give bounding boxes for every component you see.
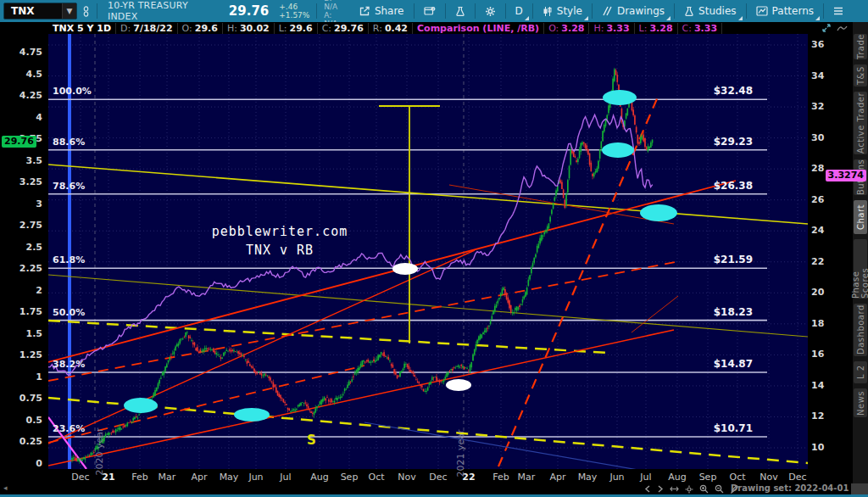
left-axis-tick: 4.25 xyxy=(0,90,42,101)
candle-body xyxy=(125,425,127,426)
candle-body xyxy=(245,360,247,360)
candle-body xyxy=(324,397,326,399)
candle-body xyxy=(496,304,498,308)
sidebar-tab-t-s[interactable]: T&S xyxy=(854,64,867,87)
toolbar-separator xyxy=(674,3,675,19)
candle-body xyxy=(277,391,279,396)
candle-body xyxy=(466,368,468,369)
chart-menu-button[interactable] xyxy=(826,0,851,22)
sidebar-tab-phase-scores[interactable]: Phase Scores xyxy=(854,239,867,299)
candle-body xyxy=(537,246,538,252)
calendar-events-button[interactable]: ! xyxy=(416,0,443,22)
candle-body xyxy=(464,366,465,369)
sidebar-tab-l-2[interactable]: L 2 xyxy=(854,361,867,383)
header-mini-icons[interactable] xyxy=(821,23,848,33)
sidebar-tab-active-trader[interactable]: Active Trader xyxy=(854,92,867,154)
candle-body xyxy=(213,349,214,353)
studies-button[interactable]: Studies xyxy=(676,0,744,22)
red-thin-2 xyxy=(632,296,678,332)
candle-body xyxy=(114,431,115,432)
drawing-set-label: Drawing set: 2022-04-01 xyxy=(731,483,849,493)
analysis-tools-button[interactable] xyxy=(448,0,473,22)
candle-body xyxy=(598,161,599,169)
candle-body xyxy=(507,298,509,303)
left-axis-tick: 2.75 xyxy=(0,220,42,231)
link-icon[interactable] xyxy=(77,0,95,22)
candle-body xyxy=(434,377,436,377)
sidebar-tab-dashboard[interactable]: Dashboard xyxy=(854,304,867,356)
fib-price-label: $10.71 xyxy=(685,422,753,434)
right-axis-tick: 26 xyxy=(811,194,824,205)
settings-button[interactable] xyxy=(477,0,504,22)
candle-body xyxy=(253,369,255,372)
dropdown-corner xyxy=(525,16,529,20)
time-axis-label: Oct xyxy=(368,472,384,483)
studies-flask-icon xyxy=(684,6,694,17)
candle-body xyxy=(235,351,236,352)
left-axis-tick: 3.25 xyxy=(0,176,42,187)
chart-nav-icons[interactable] xyxy=(644,483,738,494)
candle-body xyxy=(192,343,194,344)
candle-body xyxy=(599,149,601,159)
candle-body xyxy=(166,364,168,367)
symbol-value[interactable]: TNX xyxy=(4,5,62,17)
share-button[interactable]: Share xyxy=(352,0,412,22)
candle-body xyxy=(361,360,363,366)
candle-body xyxy=(330,401,331,402)
candle-body xyxy=(160,377,162,378)
chart-plot-area[interactable] xyxy=(48,34,808,469)
right-axis-tick: 14 xyxy=(811,380,824,391)
candle-body xyxy=(159,380,160,383)
candle-body xyxy=(646,147,648,149)
fib-percent-label: 23.6% xyxy=(53,423,85,434)
resize-corner[interactable] xyxy=(851,483,868,494)
candle-body xyxy=(302,402,303,403)
ohlc-field: C:29.76 xyxy=(318,23,369,34)
candle-body xyxy=(474,349,476,355)
sidebar-tab-news[interactable]: News xyxy=(854,388,867,417)
candle-body xyxy=(453,367,455,368)
collapse-left-icon[interactable]: ◂ xyxy=(3,483,8,492)
candle-body xyxy=(364,362,366,363)
share-icon xyxy=(359,6,370,16)
candle-body xyxy=(419,382,420,383)
style-button[interactable]: Style xyxy=(535,0,590,22)
candle-body xyxy=(366,360,368,361)
ohlc-field: H:30.02 xyxy=(223,23,275,34)
candle-body xyxy=(243,356,245,357)
candle-body xyxy=(431,377,433,381)
left-axis-tick: 3 xyxy=(0,198,42,209)
patterns-button[interactable]: Patterns xyxy=(748,0,821,22)
timeframe-button[interactable]: D xyxy=(508,0,531,22)
left-axis-tick: 1.5 xyxy=(0,328,42,339)
candle-body xyxy=(379,355,381,357)
candle-body xyxy=(182,338,184,339)
time-axis-label: Mar xyxy=(159,472,176,483)
candle-body xyxy=(111,433,113,433)
candle-body xyxy=(105,434,107,437)
fib-percent-label: 50.0% xyxy=(53,307,85,318)
symbol-input[interactable]: TNX ▼ xyxy=(3,3,77,20)
candle-body xyxy=(296,409,298,410)
candle-body xyxy=(326,397,328,398)
sidebar-tab-chart[interactable]: Chart xyxy=(854,200,867,234)
candle-body xyxy=(545,230,547,232)
candle-body xyxy=(248,360,249,362)
candle-body xyxy=(217,355,219,355)
candle-body xyxy=(77,458,79,461)
symbol-dropdown-icon[interactable]: ▼ xyxy=(62,3,76,19)
fib-percent-label: 78.6% xyxy=(53,181,85,192)
candle-body xyxy=(325,399,326,401)
toolbar-separator xyxy=(505,3,506,19)
cyan-ellipse-highlight xyxy=(602,142,634,158)
candle-body xyxy=(399,371,401,377)
gadget-tab-strip: TradeT&SActive TraderButtonsChartPhase S… xyxy=(853,22,868,483)
drawings-button[interactable]: Drawings xyxy=(594,0,672,22)
sidebar-tab-trade[interactable]: Trade xyxy=(854,34,867,59)
candle-body xyxy=(122,427,124,427)
time-axis-label: May xyxy=(578,472,598,483)
candle-body xyxy=(314,408,316,412)
red-thin-1 xyxy=(449,185,674,224)
candle-body xyxy=(231,350,232,352)
candle-body xyxy=(538,243,540,248)
